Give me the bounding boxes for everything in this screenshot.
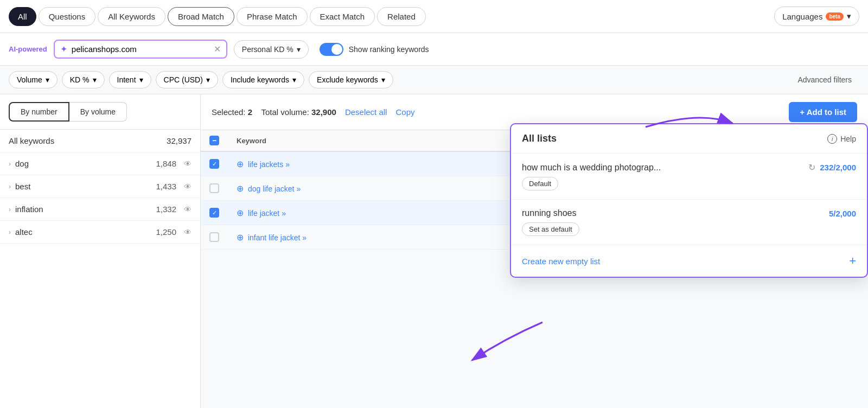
sparkle-icon: ✦: [60, 44, 67, 54]
expand-icon[interactable]: ›: [9, 160, 11, 168]
advanced-label: Advanced filters: [797, 75, 852, 84]
volume-value: 32,900: [311, 107, 336, 117]
toggle-row: Show ranking keywords: [320, 43, 429, 56]
eye-icon[interactable]: 👁: [184, 228, 192, 237]
tab-all-keywords[interactable]: All Keywords: [98, 7, 165, 26]
panel-footer: Create new empty list +: [511, 245, 867, 277]
row-checkbox-cell: [201, 176, 228, 201]
ai-powered-label: AI-powered: [9, 45, 47, 53]
select-all-checkbox[interactable]: −: [209, 136, 219, 145]
row-checkbox[interactable]: ✓: [209, 159, 219, 169]
advanced-filters-btn[interactable]: Advanced filters: [790, 72, 859, 88]
expand-icon[interactable]: ›: [9, 228, 11, 236]
add-to-list-button[interactable]: + Add to list: [789, 102, 857, 122]
exclude-keywords-filter[interactable]: Exclude keywords ▾: [309, 71, 393, 88]
intent-chevron-icon: ▾: [139, 75, 143, 84]
keyword-name: dog: [15, 159, 151, 168]
all-lists-panel: All lists i Help how much is a wedding p…: [510, 123, 868, 278]
clear-icon[interactable]: ✕: [214, 44, 221, 54]
row-checkbox-cell: ✓: [201, 201, 228, 225]
cpc-chevron-icon: ▾: [206, 75, 210, 84]
cpc-filter[interactable]: CPC (USD) ▾: [156, 71, 218, 88]
keyword-link[interactable]: life jackets: [248, 160, 283, 169]
keyword-count: 1,250: [156, 227, 176, 237]
cpc-label: CPC (USD): [164, 75, 203, 84]
kd-filter[interactable]: KD % ▾: [62, 71, 105, 88]
keyword-name: best: [15, 182, 151, 191]
list-item-row: running shoes 5/2,000 Set as default: [511, 200, 867, 245]
eye-icon[interactable]: 👁: [184, 160, 192, 168]
tab-related[interactable]: Related: [377, 7, 426, 26]
domain-search-input[interactable]: [72, 44, 209, 54]
volume-chevron-icon: ▾: [46, 75, 49, 84]
row-checkbox[interactable]: [209, 183, 219, 193]
ranking-keywords-toggle[interactable]: [320, 43, 343, 56]
arrow-icon: »: [302, 233, 307, 242]
keyword-link[interactable]: life jacket: [248, 209, 279, 218]
beta-badge: beta: [826, 12, 844, 21]
chevron-down-icon: ▾: [847, 11, 851, 21]
list-item-row: how much is a wedding photograp... ↻ 232…: [511, 154, 867, 200]
keyword-list: › dog 1,848 👁 › best 1,433 👁 › inflation…: [0, 152, 200, 244]
kd-filter-label: KD %: [70, 75, 90, 84]
list-badges: Default: [522, 177, 856, 190]
tab-broad-match[interactable]: Broad Match: [168, 7, 234, 26]
copy-btn[interactable]: Copy: [395, 107, 414, 117]
search-box: ✦ ✕: [54, 40, 227, 59]
include-label: Include keywords: [231, 75, 289, 84]
add-circle-icon[interactable]: ⊕: [237, 233, 244, 242]
tab-all[interactable]: All: [9, 7, 36, 26]
help-label[interactable]: Help: [840, 135, 856, 143]
volume-label: Volume: [17, 75, 42, 84]
arrow-icon: »: [296, 184, 301, 193]
kd-dropdown[interactable]: Personal KD % ▾: [234, 40, 309, 59]
create-new-list-btn[interactable]: Create new empty list: [522, 257, 600, 266]
set-default-badge[interactable]: Set as default: [522, 222, 579, 236]
sort-by-volume-btn[interactable]: By volume: [69, 102, 127, 122]
tab-questions[interactable]: Questions: [39, 7, 96, 26]
volume-filter[interactable]: Volume ▾: [9, 71, 58, 88]
list-meta: ↻ 232/2,000: [808, 162, 856, 173]
include-chevron-icon: ▾: [292, 75, 296, 84]
tab-phrase-match[interactable]: Phrase Match: [237, 7, 308, 26]
add-circle-icon[interactable]: ⊕: [237, 160, 244, 169]
row-checkbox-cell: ✓: [201, 151, 228, 176]
selected-count: 2: [248, 107, 252, 117]
all-keywords-label: All keywords: [9, 136, 54, 145]
expand-icon[interactable]: ›: [9, 206, 11, 213]
languages-dropdown[interactable]: Languages beta ▾: [774, 7, 859, 26]
deselect-all-btn[interactable]: Deselect all: [345, 107, 387, 117]
row-checkbox-cell: [201, 225, 228, 250]
keyword-link[interactable]: dog life jacket: [248, 184, 295, 193]
sort-row: By number By volume: [0, 94, 200, 130]
eye-icon[interactable]: 👁: [184, 182, 192, 191]
add-circle-icon[interactable]: ⊕: [237, 208, 244, 218]
list-name[interactable]: how much is a wedding photograp...: [522, 163, 661, 173]
table-area: Selected: 2 Total volume: 32,900 Deselec…: [201, 94, 868, 408]
plus-icon[interactable]: +: [849, 254, 856, 268]
sidebar: By number By volume All keywords 32,937 …: [0, 94, 201, 408]
arrow-icon: »: [282, 209, 286, 218]
keyword-link[interactable]: infant life jacket: [248, 233, 301, 242]
panel-header: All lists i Help: [511, 124, 867, 154]
col-checkbox: −: [201, 130, 228, 151]
row-checkbox[interactable]: [209, 232, 219, 242]
intent-filter[interactable]: Intent ▾: [109, 71, 151, 88]
default-badge[interactable]: Default: [522, 177, 558, 190]
add-circle-icon[interactable]: ⊕: [237, 184, 244, 193]
list-name[interactable]: running shoes: [522, 208, 577, 218]
tab-exact-match[interactable]: Exact Match: [310, 7, 375, 26]
sort-by-number-btn[interactable]: By number: [9, 102, 69, 122]
include-keywords-filter[interactable]: Include keywords ▾: [222, 71, 304, 88]
volume-label: Total volume:: [261, 107, 309, 117]
cycle-icon[interactable]: ↻: [808, 162, 815, 173]
panel-title: All lists: [522, 133, 557, 144]
info-icon: i: [827, 134, 837, 144]
keyword-name: altec: [15, 227, 151, 237]
eye-icon[interactable]: 👁: [184, 205, 192, 214]
expand-icon[interactable]: ›: [9, 183, 11, 190]
row-checkbox[interactable]: ✓: [209, 208, 219, 218]
intent-label: Intent: [117, 75, 136, 84]
keyword-count: 1,332: [156, 205, 176, 214]
list-badges: Set as default: [522, 222, 856, 236]
